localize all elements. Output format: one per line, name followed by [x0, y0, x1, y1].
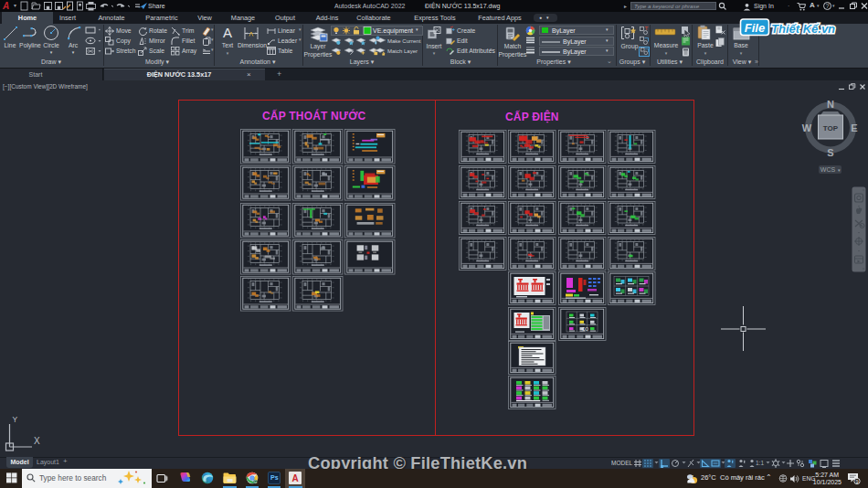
- svg-text:N: N: [827, 99, 834, 110]
- svg-text:OO: OO: [582, 326, 589, 331]
- svg-text:TOP: TOP: [823, 124, 839, 133]
- svg-text:Thiết Kế.vn: Thiết Kế.vn: [771, 22, 835, 36]
- svg-text:9: 9: [855, 479, 858, 484]
- svg-text:File: File: [745, 21, 765, 35]
- svg-text:X: X: [34, 436, 40, 446]
- svg-text:E: E: [851, 122, 857, 133]
- svg-text:Y: Y: [13, 415, 18, 424]
- svg-text:G: G: [254, 480, 258, 484]
- svg-text:?: ?: [826, 3, 830, 9]
- svg-text:WCS: WCS: [820, 166, 836, 173]
- svg-text:S: S: [827, 147, 833, 158]
- svg-text:W: W: [802, 122, 812, 133]
